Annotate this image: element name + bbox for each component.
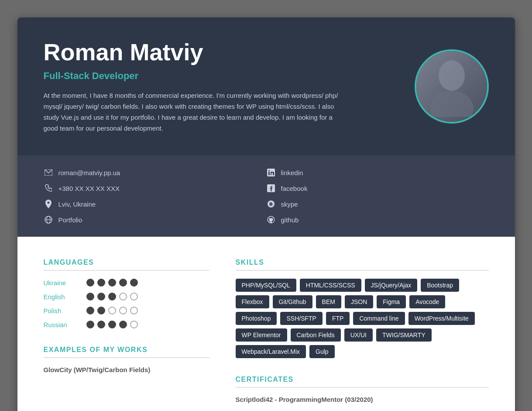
language-dots <box>86 321 138 328</box>
svg-point-1 <box>430 91 474 117</box>
email-value: roman@matviy.pp.ua <box>58 169 120 176</box>
certificates-section: CERTIFICATES Scriptlodi42 - ProgrammingM… <box>236 376 489 403</box>
skill-tag: Command line <box>353 312 405 325</box>
dot <box>97 321 105 328</box>
examples-title: EXAMPLES OF MY WORKS <box>44 346 209 358</box>
dot <box>108 321 116 328</box>
dot <box>86 321 94 328</box>
language-name: Russian <box>44 321 79 328</box>
dot <box>108 279 116 287</box>
language-row: Ukraine <box>44 279 209 287</box>
avatar-image <box>416 51 487 122</box>
contact-col-right: linkedin facebook S <box>266 168 489 224</box>
email-icon <box>44 168 53 177</box>
contact-facebook[interactable]: facebook <box>266 183 489 193</box>
language-name: Ukraine <box>44 279 79 287</box>
svg-point-8 <box>268 170 270 171</box>
right-column: SKILLS PHP/MySQL/SQLHTML/CSS/SCSSJS/jQue… <box>236 259 489 403</box>
skills-section: SKILLS PHP/MySQL/SQLHTML/CSS/SCSSJS/jQue… <box>236 259 489 358</box>
main-content: LANGUAGES UkraineEnglishPolishRussian EX… <box>17 237 515 411</box>
person-name: Roman Matviy <box>44 39 397 65</box>
person-bio: At the moment, I have 8 months of commer… <box>44 90 340 134</box>
skill-tag: JSON <box>345 295 373 308</box>
dot <box>130 293 138 300</box>
skype-value: skype <box>281 200 298 208</box>
skill-tag: HTML/CSS/SCSS <box>300 279 361 292</box>
skills-grid: PHP/MySQL/SQLHTML/CSS/SCSSJS/jQuery/Ajax… <box>236 279 489 358</box>
language-row: Russian <box>44 321 209 328</box>
skill-tag: Figma <box>377 295 406 308</box>
dot <box>86 279 94 287</box>
linkedin-icon <box>266 168 276 177</box>
language-row: Polish <box>44 307 209 314</box>
svg-point-0 <box>439 60 465 91</box>
skype-icon: S <box>266 199 276 209</box>
header-section: Roman Matviy Full-Stack Developer At the… <box>17 17 515 155</box>
skills-title: SKILLS <box>236 259 489 271</box>
skill-tag: UX/UI <box>344 328 373 342</box>
dot <box>97 293 105 300</box>
examples-section: EXAMPLES OF MY WORKS GlowCity (WP/Twig/C… <box>44 346 209 373</box>
certificates-item: Scriptlodi42 - ProgrammingMentor (03/202… <box>236 396 489 403</box>
dot <box>86 307 94 314</box>
resume-wrapper: Roman Matviy Full-Stack Developer At the… <box>17 17 515 411</box>
header-left: Roman Matviy Full-Stack Developer At the… <box>44 39 397 134</box>
contact-skype[interactable]: S skype <box>266 199 489 209</box>
examples-item: GlowCity (WP/Twig/Carbon Fields) <box>44 366 209 373</box>
skill-tag: Webpack/Laravel.Mix <box>236 345 306 358</box>
linkedin-value: linkedin <box>281 169 303 176</box>
phone-icon <box>44 183 53 193</box>
skill-tag: SSH/SFTP <box>280 312 322 325</box>
contact-portfolio[interactable]: Portfolio <box>44 215 266 224</box>
contact-location: Lviv, Ukraine <box>44 199 266 209</box>
skill-tag: BEM <box>316 295 341 308</box>
skill-tag: WP Elementor <box>236 328 287 342</box>
dot <box>97 307 105 314</box>
avatar <box>415 49 489 124</box>
dot <box>108 293 116 300</box>
languages-section: LANGUAGES UkraineEnglishPolishRussian <box>44 259 209 328</box>
github-value: github <box>281 216 299 224</box>
person-title: Full-Stack Developer <box>44 70 397 82</box>
dot <box>119 279 127 287</box>
languages-title: LANGUAGES <box>44 259 209 271</box>
location-icon <box>44 199 53 209</box>
dot <box>119 307 127 314</box>
contact-col-left: roman@matviy.pp.ua +380 XX XX XX XXX Lvi… <box>44 168 266 224</box>
facebook-value: facebook <box>281 185 308 192</box>
dot <box>86 293 94 300</box>
dot <box>130 279 138 287</box>
skill-tag: JS/jQuery/Ajax <box>365 279 418 292</box>
contact-linkedin[interactable]: linkedin <box>266 168 489 177</box>
dot <box>119 321 127 328</box>
skill-tag: WordPress/Multisite <box>408 312 475 325</box>
dot <box>119 293 127 300</box>
skill-tag: Git/Github <box>273 295 312 308</box>
contact-bar: roman@matviy.pp.ua +380 XX XX XX XXX Lvi… <box>17 155 515 237</box>
contact-email[interactable]: roman@matviy.pp.ua <box>44 168 266 177</box>
skill-tag: Photoshop <box>236 312 277 325</box>
two-col-layout: LANGUAGES UkraineEnglishPolishRussian EX… <box>44 259 489 403</box>
globe-icon <box>44 215 53 224</box>
skill-tag: TWIG/SMARTY <box>376 328 432 342</box>
skill-tag: Carbon Fields <box>291 328 341 342</box>
language-dots <box>86 293 138 300</box>
contact-phone[interactable]: +380 XX XX XX XXX <box>44 183 266 193</box>
skill-tag: Gulp <box>309 345 335 358</box>
github-icon <box>266 215 276 224</box>
language-dots <box>86 307 138 314</box>
language-dots <box>86 279 138 287</box>
skill-tag: FTP <box>326 312 350 325</box>
facebook-icon <box>266 183 276 193</box>
svg-text:S: S <box>269 202 272 207</box>
left-column: LANGUAGES UkraineEnglishPolishRussian EX… <box>44 259 209 403</box>
dot <box>108 307 116 314</box>
skill-tag: Flexbox <box>236 295 269 308</box>
phone-value: +380 XX XX XX XXX <box>58 185 120 192</box>
dot <box>97 279 105 287</box>
svg-rect-7 <box>268 172 270 175</box>
skill-tag: Bootstrap <box>421 279 459 292</box>
skill-tag: PHP/MySQL/SQL <box>236 279 296 292</box>
language-name: English <box>44 293 79 300</box>
contact-github[interactable]: github <box>266 215 489 224</box>
